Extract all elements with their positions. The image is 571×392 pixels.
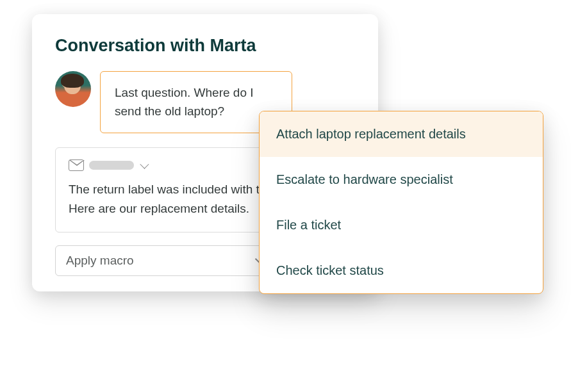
conversation-title: Conversation with Marta [55, 36, 355, 56]
macro-option-attach-laptop-replacement-details[interactable]: Attach laptop replacement details [260, 111, 543, 157]
apply-macro-button[interactable]: Apply macro [55, 245, 273, 276]
macro-option-file-a-ticket[interactable]: File a ticket [260, 202, 543, 248]
mail-icon [69, 159, 84, 171]
chevron-down-icon [140, 159, 149, 168]
apply-macro-label: Apply macro [66, 254, 134, 268]
macro-option-check-ticket-status[interactable]: Check ticket status [260, 248, 543, 293]
avatar [55, 71, 91, 107]
channel-placeholder [89, 161, 134, 170]
macro-option-escalate-to-hardware-specialist[interactable]: Escalate to hardware specialist [260, 157, 543, 202]
macro-dropdown: Attach laptop replacement details Escala… [259, 111, 543, 294]
